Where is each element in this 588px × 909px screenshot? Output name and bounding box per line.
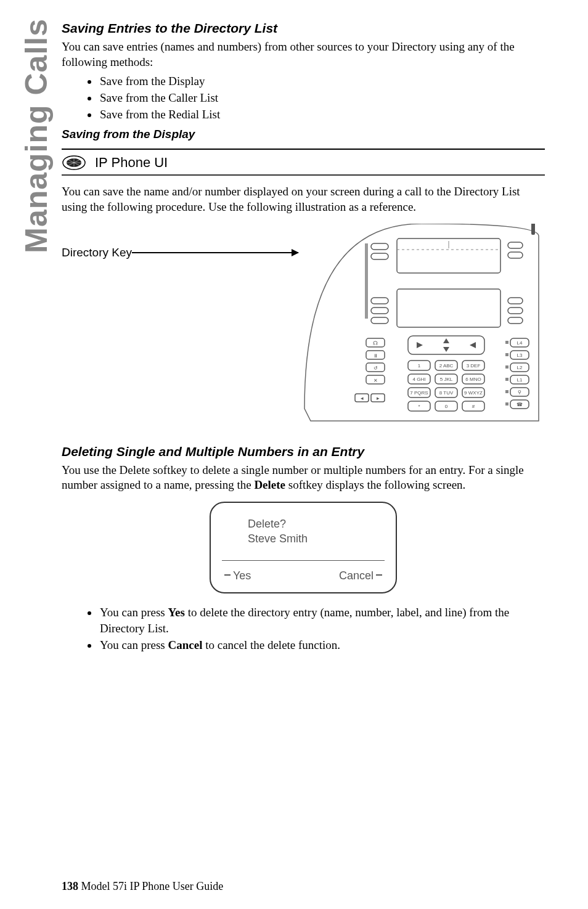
list-item: Save from the Caller List xyxy=(99,90,545,107)
delete-bold: Delete xyxy=(254,478,285,491)
list-item: Save from the Display xyxy=(99,73,545,90)
svg-rect-14 xyxy=(508,298,523,304)
svg-text:☎: ☎ xyxy=(517,402,523,407)
svg-text:⚲: ⚲ xyxy=(518,389,521,395)
svg-rect-17 xyxy=(397,289,500,327)
screen-line-2: Steve Smith xyxy=(248,531,383,546)
svg-marker-31 xyxy=(417,342,423,348)
svg-text:*: * xyxy=(418,404,420,409)
heading-saving-from-display: Saving from the Display xyxy=(62,128,545,141)
side-chapter-label: Managing Calls xyxy=(18,18,54,253)
page-number: 138 xyxy=(62,880,78,892)
svg-text:0: 0 xyxy=(445,404,448,409)
svg-rect-16 xyxy=(508,317,523,324)
svg-text:5 JKL: 5 JKL xyxy=(440,377,453,382)
svg-rect-15 xyxy=(508,308,523,314)
svg-text:L3: L3 xyxy=(517,353,523,358)
svg-text:2 ABC: 2 ABC xyxy=(439,363,454,369)
svg-text:7 PQRS: 7 PQRS xyxy=(410,390,428,396)
svg-rect-76 xyxy=(505,402,508,406)
list-item: Save from the Redial List xyxy=(99,107,545,123)
svg-text:3 DEF: 3 DEF xyxy=(467,363,481,369)
phone-ui-icon xyxy=(62,155,86,171)
delete-intro-part2: softkey displays the following screen. xyxy=(285,478,465,491)
svg-text:1: 1 xyxy=(418,363,421,369)
svg-text:4 GHI: 4 GHI xyxy=(413,377,426,382)
figure-pointer-line xyxy=(132,252,298,253)
svg-text:↺: ↺ xyxy=(374,365,378,371)
svg-text:9 WXYZ: 9 WXYZ xyxy=(464,390,483,396)
heading-saving-entries: Saving Entries to the Directory List xyxy=(62,21,545,36)
svg-rect-73 xyxy=(505,365,508,369)
svg-text:L1: L1 xyxy=(517,377,523,383)
svg-text:#: # xyxy=(472,404,475,409)
svg-text:☊: ☊ xyxy=(373,340,378,346)
svg-text:L2: L2 xyxy=(517,365,523,370)
svg-rect-2 xyxy=(531,224,535,235)
softkey-cancel: Cancel xyxy=(339,569,382,582)
ip-phone-ui-label: IP Phone UI xyxy=(95,155,168,171)
svg-marker-33 xyxy=(443,338,449,343)
list-item: You can press Yes to delete the director… xyxy=(99,605,545,637)
list-item: You can press Cancel to cancel the delet… xyxy=(99,637,545,654)
svg-marker-32 xyxy=(470,342,476,348)
figure-label: Directory Key xyxy=(62,246,132,259)
delete-options-list: You can press Yes to delete the director… xyxy=(62,605,545,654)
svg-rect-4 xyxy=(371,253,388,259)
procedure-intro: You can save the name and/or number disp… xyxy=(62,184,545,214)
directory-key-figure: Directory Key xyxy=(62,224,545,433)
ip-phone-ui-banner: IP Phone UI xyxy=(62,149,545,176)
method-list: Save from the Display Save from the Call… xyxy=(62,73,545,123)
svg-rect-12 xyxy=(371,308,388,314)
svg-text:▸: ▸ xyxy=(377,395,380,401)
svg-rect-72 xyxy=(505,353,508,356)
svg-text:8 TUV: 8 TUV xyxy=(439,390,454,396)
svg-rect-7 xyxy=(508,252,523,258)
delete-intro: You use the Delete softkey to delete a s… xyxy=(62,463,545,493)
svg-rect-75 xyxy=(505,390,508,393)
footer-title: Model 57i IP Phone User Guide xyxy=(78,880,223,892)
screen-line-1: Delete? xyxy=(248,516,383,531)
svg-text:✕: ✕ xyxy=(374,378,378,383)
page-footer: 138 Model 57i IP Phone User Guide xyxy=(62,880,223,893)
phone-illustration: ☊ ⏸ ↺ ✕ ◂ ▸ 12 ABC3 DEF 4 G xyxy=(298,224,545,433)
svg-text:6 MNO: 6 MNO xyxy=(465,377,481,382)
svg-text:⏸: ⏸ xyxy=(373,353,378,359)
svg-text:L4: L4 xyxy=(517,340,523,346)
phone-screen-mock: Delete? Steve Smith Yes Cancel xyxy=(210,502,397,593)
svg-rect-6 xyxy=(508,242,523,248)
svg-rect-3 xyxy=(371,243,388,250)
intro-text: You can save entries (names and numbers)… xyxy=(62,39,545,70)
svg-marker-34 xyxy=(443,347,449,352)
svg-rect-74 xyxy=(505,378,508,381)
svg-rect-5 xyxy=(365,243,368,319)
svg-text:◂: ◂ xyxy=(361,395,364,401)
svg-rect-13 xyxy=(371,317,388,324)
svg-rect-71 xyxy=(505,341,508,344)
svg-rect-11 xyxy=(371,298,388,304)
heading-deleting-numbers: Deleting Single and Multiple Numbers in … xyxy=(62,444,545,459)
softkey-yes: Yes xyxy=(224,569,251,582)
